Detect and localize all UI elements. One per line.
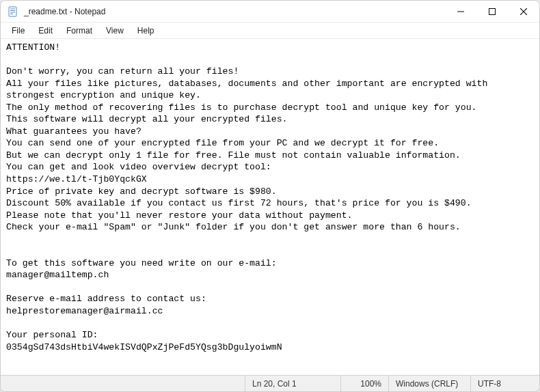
notepad-icon — [8, 6, 18, 17]
statusbar: Ln 20, Col 1 100% Windows (CRLF) UTF-8 — [1, 375, 539, 391]
svg-rect-6 — [489, 9, 496, 15]
menu-help[interactable]: Help — [131, 25, 161, 37]
menu-format[interactable]: Format — [59, 25, 99, 37]
status-spacer — [1, 376, 245, 391]
status-position: Ln 20, Col 1 — [245, 376, 341, 391]
titlebar: _readme.txt - Notepad — [1, 1, 539, 23]
minimize-button[interactable] — [445, 1, 476, 23]
close-button[interactable] — [508, 1, 539, 23]
menubar: File Edit Format View Help — [1, 23, 539, 39]
status-line-ending: Windows (CRLF) — [389, 376, 471, 391]
notepad-window: _readme.txt - Notepad File Edit — [0, 0, 540, 392]
menu-edit[interactable]: Edit — [31, 25, 59, 37]
maximize-icon — [489, 8, 496, 15]
menu-file[interactable]: File — [5, 25, 31, 37]
menu-view[interactable]: View — [99, 25, 131, 37]
status-zoom: 100% — [341, 376, 389, 391]
minimize-icon — [457, 8, 464, 15]
maximize-button[interactable] — [476, 1, 508, 23]
window-controls — [445, 1, 539, 22]
close-icon — [520, 8, 527, 15]
svg-rect-0 — [9, 7, 16, 16]
text-area[interactable]: ATTENTION! Don't worry, you can return a… — [1, 39, 539, 375]
status-encoding: UTF-8 — [471, 376, 539, 391]
window-title: _readme.txt - Notepad — [24, 7, 445, 16]
